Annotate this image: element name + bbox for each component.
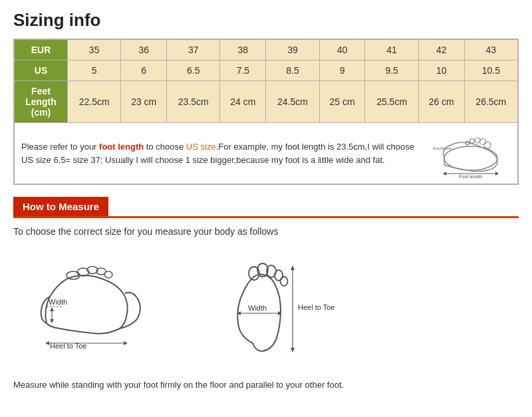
svg-marker-36 (291, 348, 295, 352)
front-view-container: Width Heel to Toe (206, 250, 352, 366)
svg-point-15 (104, 271, 112, 278)
svg-point-29 (281, 277, 288, 286)
table-cell: 5 (68, 61, 121, 81)
table-row: EUR353637383940414243 (15, 40, 518, 61)
svg-point-0 (444, 146, 497, 170)
svg-text:Heel to Toe: Heel to Toe (298, 303, 334, 311)
page-title: Sizing info (13, 10, 519, 31)
svg-text:Foot length: Foot length (459, 174, 482, 178)
svg-point-1 (484, 142, 491, 148)
table-cell: 42 (418, 40, 464, 61)
sizing-table: EUR353637383940414243US566.57.58.599.510… (14, 39, 518, 123)
table-row: US566.57.58.599.51010.5 (15, 61, 518, 81)
how-to-measure-section: How to Measure (13, 192, 519, 218)
side-view-svg: Width Heel to Toe (27, 250, 166, 360)
svg-marker-35 (291, 265, 295, 270)
table-cell: 9.5 (365, 61, 418, 81)
note-row: Please refer to your foot length to choo… (14, 123, 518, 184)
sizing-table-wrapper: EUR353637383940414243US566.57.58.599.510… (13, 39, 519, 185)
note-text: Please refer to your foot length to choo… (21, 140, 424, 166)
table-cell: 39 (266, 40, 319, 61)
table-cell: 10.5 (464, 61, 517, 81)
svg-marker-7 (443, 172, 446, 176)
table-cell: 9 (319, 61, 365, 81)
note-highlight2: US size (186, 142, 216, 152)
note-highlight1: foot length (99, 142, 144, 152)
table-cell: 38 (220, 40, 266, 61)
table-cell: 22.5cm (68, 81, 121, 123)
table-cell: 37 (167, 40, 220, 61)
table-cell: 36 (121, 40, 167, 61)
table-cell: 6.5 (167, 61, 220, 81)
table-cell: 25 cm (319, 81, 365, 123)
how-to-measure-banner: How to Measure (13, 197, 108, 216)
svg-marker-24 (124, 341, 128, 345)
side-view-container: Width Heel to Toe (27, 250, 166, 360)
table-cell: 23 cm (121, 81, 167, 123)
diagrams-section: Width Heel to Toe W (13, 250, 519, 366)
table-cell: 26 cm (418, 81, 464, 123)
table-cell: 24.5cm (266, 81, 319, 123)
table-cell: 26.5cm (464, 81, 517, 123)
note-part2: to choose (144, 142, 186, 152)
table-cell: 43 (464, 40, 517, 61)
svg-marker-8 (495, 172, 499, 176)
foot-diagram-small: Foot length Enc/osure (431, 128, 511, 178)
table-cell: 23.5cm (167, 81, 220, 123)
svg-marker-19 (50, 307, 54, 311)
table-cell: 8.5 (266, 61, 319, 81)
svg-text:Enc/osure: Enc/osure (433, 146, 452, 150)
svg-text:Width: Width (248, 304, 267, 312)
table-cell: 40 (319, 40, 365, 61)
note-part1: Please refer to your (21, 142, 99, 152)
svg-marker-20 (50, 319, 54, 323)
table-cell: 25.5cm (365, 81, 418, 123)
row-label: Feet Length (cm) (15, 81, 68, 123)
row-label: US (15, 61, 68, 81)
svg-point-3 (475, 138, 480, 143)
svg-text:Width: Width (49, 298, 67, 306)
svg-point-28 (275, 270, 283, 281)
svg-point-2 (480, 139, 486, 145)
svg-point-4 (470, 139, 475, 144)
measure-footer: Measure while standing with your foot fi… (13, 380, 519, 390)
measure-intro: To choose the correct size for you measu… (13, 226, 519, 237)
table-cell: 24 cm (220, 81, 266, 123)
orange-line (13, 216, 519, 218)
table-cell: 41 (365, 40, 418, 61)
svg-marker-23 (45, 341, 49, 345)
table-cell: 10 (418, 61, 464, 81)
front-view-svg: Width Heel to Toe (206, 250, 352, 366)
row-label: EUR (15, 40, 68, 61)
table-cell: 6 (121, 61, 167, 81)
table-row: Feet Length (cm)22.5cm23 cm23.5cm24 cm24… (15, 81, 518, 123)
table-cell: 7.5 (220, 61, 266, 81)
table-cell: 35 (68, 40, 121, 61)
